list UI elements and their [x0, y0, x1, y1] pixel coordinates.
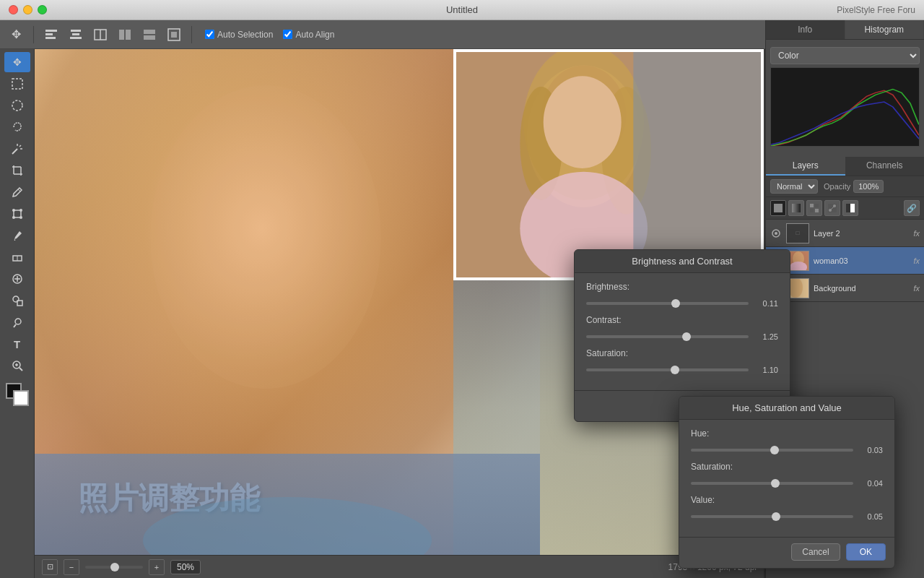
eraser-tool[interactable] — [4, 247, 30, 267]
align-btn-2[interactable] — [66, 25, 86, 45]
dodge-tool[interactable] — [4, 312, 30, 332]
status-btn-minus[interactable]: − — [64, 559, 79, 575]
move-tool-btn[interactable]: ✥ — [6, 25, 26, 45]
align-btn-6[interactable] — [164, 25, 184, 45]
svg-rect-52 — [633, 52, 761, 277]
layer-icon-mask[interactable] — [842, 200, 858, 216]
align-btn-3[interactable] — [90, 25, 110, 45]
value-label-row: Value: — [691, 495, 883, 505]
zoom-slider-thumb[interactable] — [110, 563, 119, 571]
background-color[interactable] — [13, 390, 29, 406]
saturation-slider[interactable] — [586, 368, 749, 371]
svg-point-29 — [19, 216, 22, 219]
hue-saturation-dialog: Hue, Saturation and Value Hue: 0.03 Satu… — [679, 396, 895, 569]
layer-icon-curves[interactable] — [824, 200, 840, 216]
brightness-slider-wrap: 0.11 — [586, 299, 778, 308]
hue-saturation-slider-row: 0.04 — [691, 479, 883, 488]
window-controls[interactable] — [9, 5, 47, 14]
brightness-row: Brightness: — [586, 282, 778, 292]
brush-tool[interactable] — [4, 225, 30, 246]
zoom-value[interactable]: 50% — [170, 560, 201, 574]
align-btn-5[interactable] — [139, 25, 160, 45]
healing-tool[interactable] — [4, 269, 30, 289]
hue-saturation-label: Saturation: — [691, 462, 741, 472]
marquee-rect-tool[interactable] — [4, 74, 30, 94]
value-slider[interactable] — [691, 515, 853, 518]
layers-tab[interactable]: Layers — [766, 157, 845, 176]
layer-icons-row: 🔗 — [766, 197, 924, 220]
contrast-slider-row: 1.25 — [586, 332, 778, 341]
move-tool[interactable]: ✥ — [4, 52, 30, 72]
layer-icon-pattern[interactable] — [806, 200, 822, 216]
svg-rect-13 — [171, 32, 177, 38]
text-tool[interactable]: T — [4, 334, 30, 354]
crop-tool[interactable] — [4, 160, 30, 181]
magic-wand-tool[interactable] — [4, 139, 30, 159]
auto-selection-checkbox[interactable] — [205, 30, 214, 39]
lasso-tool[interactable] — [4, 117, 30, 137]
info-tab[interactable]: Info — [766, 20, 845, 39]
hue-saturation-label-row: Saturation: — [691, 462, 883, 472]
brightness-slider[interactable] — [586, 302, 749, 305]
status-btn-plus[interactable]: + — [149, 559, 165, 575]
transform-tool[interactable] — [4, 204, 30, 224]
eyedropper-tool[interactable] — [4, 182, 30, 202]
auto-align-check[interactable]: Auto Align — [283, 30, 334, 40]
channels-tab[interactable]: Channels — [845, 157, 925, 176]
auto-selection-check[interactable]: Auto Selection — [205, 30, 273, 40]
contrast-slider-wrap: 1.25 — [586, 332, 778, 341]
layer-name-woman03: woman03 — [814, 256, 909, 265]
svg-rect-25 — [14, 210, 21, 217]
minimize-button[interactable] — [23, 5, 32, 14]
color-select[interactable]: Color — [770, 47, 920, 64]
svg-rect-2 — [45, 37, 56, 39]
brightness-slider-row: 0.11 — [586, 299, 778, 308]
layer-icon-gradient[interactable] — [788, 200, 804, 216]
svg-point-43 — [150, 85, 381, 389]
status-btn-resize[interactable]: ⊡ — [42, 559, 58, 575]
layer-thumb-layer2: □ — [786, 223, 809, 243]
layer-visibility-icon[interactable] — [770, 228, 782, 239]
svg-rect-3 — [71, 30, 81, 32]
svg-rect-56 — [774, 204, 783, 212]
zoom-slider-track[interactable] — [85, 566, 143, 569]
histogram-tab[interactable]: Histogram — [845, 20, 925, 39]
preview-window — [453, 49, 764, 280]
layer-fx-background[interactable]: fx — [913, 284, 920, 293]
layer-name-layer2: Layer 2 — [814, 229, 909, 238]
contrast-row: Contrast: — [586, 315, 778, 325]
hue-ok-btn[interactable]: OK — [846, 543, 886, 561]
clone-tool[interactable] — [4, 290, 30, 311]
blend-mode-select[interactable]: Normal — [770, 179, 818, 194]
hue-saturation-slider[interactable] — [691, 482, 853, 485]
svg-rect-55 — [771, 68, 919, 146]
histogram-svg — [771, 68, 919, 146]
opacity-label: Opacity — [824, 182, 850, 191]
layer-fx-woman03[interactable]: fx — [913, 256, 920, 265]
color-dropdown-row: Color — [770, 47, 920, 64]
close-button[interactable] — [9, 5, 18, 14]
histogram-container — [770, 67, 920, 147]
align-btn-1[interactable] — [41, 25, 61, 45]
layer-item-layer2[interactable]: □ Layer 2 fx — [766, 220, 924, 247]
layer-name-background: Background — [814, 284, 909, 293]
hue-cancel-btn[interactable]: Cancel — [791, 543, 840, 561]
zoom-tool[interactable] — [4, 355, 30, 376]
layer-fx-layer2[interactable]: fx — [913, 229, 920, 238]
align-btn-4[interactable] — [115, 25, 135, 45]
layer-icon-link[interactable]: 🔗 — [904, 200, 920, 216]
hue-slider[interactable] — [691, 449, 853, 452]
contrast-slider[interactable] — [586, 335, 749, 338]
hue-slider-wrap: 0.03 — [691, 446, 883, 454]
opacity-value[interactable]: 100% — [853, 180, 884, 193]
layer-icon-solid[interactable] — [770, 200, 786, 216]
saturation-row: Saturation: — [586, 348, 778, 358]
marquee-ellipse-tool[interactable] — [4, 95, 30, 116]
brightness-dialog-title: Brightness and Contrast — [575, 250, 790, 273]
maximize-button[interactable] — [38, 5, 47, 14]
svg-rect-14 — [12, 79, 22, 89]
auto-align-checkbox[interactable] — [283, 30, 292, 39]
hue-dialog-body: Hue: 0.03 Saturation: 0.04 Value: 0.05 — [679, 420, 894, 537]
color-swatches[interactable] — [6, 383, 29, 406]
svg-point-27 — [19, 209, 22, 212]
